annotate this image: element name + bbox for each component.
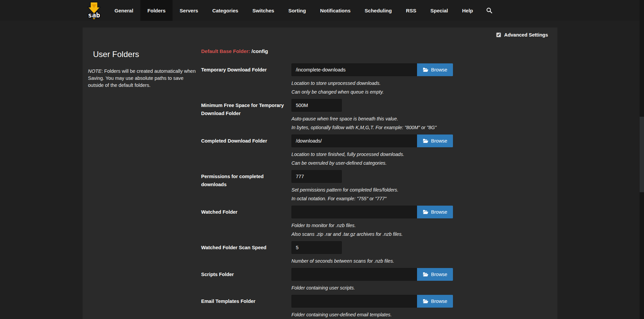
search-icon [486,7,493,14]
default-base-folder: Default Base Folder: /config [201,48,537,54]
nav-item-switches[interactable]: Switches [245,0,281,21]
field-help: Folder containing user scripts. [291,283,537,292]
field-help: Location to store unprocessed downloads.… [291,79,537,96]
input-group: Browse [291,268,537,281]
help-line: Location to store unprocessed downloads. [291,79,537,88]
input-group [291,99,537,112]
help-line: Folder containing user scripts. [291,283,537,292]
advanced-settings-checkbox[interactable]: ✔ [496,33,501,37]
field-label: Scripts Folder [201,268,291,292]
nav-items: General Folders Servers Categories Switc… [107,0,480,21]
browse-button-label: Browse [431,299,447,304]
field-label: Temporary Download Folder [201,63,291,96]
field-area: Number of seconds between scans for .nzb… [291,241,537,265]
field-area: Auto-pause when free space is beneath th… [291,99,537,132]
field-area: Set permissions pattern for completed fi… [291,170,537,203]
field-label: Completed Download Folder [201,135,291,167]
input-group [291,241,537,254]
nav-item-folders[interactable]: Folders [140,0,173,21]
nav-item-help[interactable]: Help [455,0,480,21]
nav-search[interactable] [480,7,499,14]
default-base-folder-value: /config [251,48,268,54]
config-panel: ✔ Advanced Settings User Folders NOTE: F… [83,28,557,319]
folder-input[interactable] [291,99,342,112]
page-title: User Folders [93,50,200,59]
field-label: Watched Folder Scan Speed [201,241,291,265]
help-line: Folder containing user-defined email tem… [291,310,537,319]
help-line: Auto-pause when free space is beneath th… [291,114,537,123]
note-text: NOTE: Folders will be created automatica… [88,68,200,89]
form-row: Watched Folder Scan Speed Number of seco… [201,241,537,265]
input-group: Browse [291,135,537,147]
browse-button[interactable]: Browse [417,295,453,308]
help-line: In bytes, optionally follow with K,M,G,T… [291,123,537,132]
folder-input[interactable] [291,241,342,254]
browse-button-label: Browse [431,272,447,277]
field-area: Browse Location to store unprocessed dow… [291,63,537,96]
input-group: Browse [291,63,537,76]
nav-item-scheduling[interactable]: Scheduling [358,0,399,21]
folder-input[interactable] [291,206,417,218]
form-row: Watched Folder Browse Folder to monitor … [201,206,537,238]
browse-button[interactable]: Browse [417,135,453,147]
folder-open-icon [423,67,428,72]
field-area: Browse Folder containing user-defined em… [291,295,537,319]
help-line: Location to store finished, fully proces… [291,150,537,159]
field-label: Watched Folder [201,206,291,238]
help-line: Number of seconds between scans for .nzb… [291,257,537,265]
folder-open-icon [423,210,428,214]
browse-button[interactable]: Browse [417,63,453,76]
folder-open-icon [423,139,428,143]
nav-item-rss[interactable]: RSS [399,0,423,21]
scrollbar-thumb[interactable] [640,117,644,192]
field-area: Browse Folder containing user scripts. [291,268,537,292]
help-line: Set permissions pattern for completed fi… [291,185,537,194]
form-row: Completed Download Folder Browse Locatio… [201,135,537,167]
folder-open-icon [423,299,428,304]
folder-input[interactable] [291,63,417,76]
form-row: Temporary Download Folder Browse Locatio… [201,63,537,96]
help-line: Also scans .zip .rar and .tar.gz archive… [291,230,537,238]
nav-item-servers[interactable]: Servers [173,0,205,21]
field-help: Folder containing user-defined email tem… [291,310,537,319]
folder-input[interactable] [291,295,417,308]
top-navbar: sab General Folders Servers Categories S… [0,0,644,21]
help-line: Can be overruled by user-defined categor… [291,159,537,167]
default-base-folder-label: Default Base Folder: [201,48,250,54]
browse-button[interactable]: Browse [417,206,453,218]
help-line: In octal notation. For example: "755" or… [291,194,537,203]
browse-button-label: Browse [431,209,447,215]
scrollbar-track[interactable] [640,0,644,319]
field-help: Folder to monitor for .nzb files.Also sc… [291,221,537,238]
field-help: Location to store finished, fully proces… [291,150,537,167]
folder-input[interactable] [291,170,342,183]
input-group: Browse [291,206,537,218]
advanced-settings-toggle[interactable]: ✔ Advanced Settings [496,32,548,38]
browse-button[interactable]: Browse [417,268,453,281]
nav-item-notifications[interactable]: Notifications [313,0,358,21]
folder-input[interactable] [291,135,417,147]
form-row: Minimum Free Space for Temporary Downloa… [201,99,537,132]
field-help: Set permissions pattern for completed fi… [291,185,537,203]
help-line: Folder to monitor for .nzb files. [291,221,537,230]
nav-item-categories[interactable]: Categories [205,0,245,21]
field-help: Auto-pause when free space is beneath th… [291,114,537,132]
form-rows: Temporary Download Folder Browse Locatio… [201,63,537,319]
input-group: Browse [291,295,537,308]
field-label: Email Templates Folder [201,295,291,319]
folder-input[interactable] [291,268,417,281]
form-row: Scripts Folder Browse Folder containing … [201,268,537,292]
browse-button-label: Browse [431,138,447,144]
nav-item-general[interactable]: General [107,0,140,21]
form-row: Permissions for completed downloads Set … [201,170,537,203]
input-group [291,170,537,183]
field-label: Permissions for completed downloads [201,170,291,203]
folder-open-icon [423,272,428,277]
help-line: Can only be changed when queue is empty. [291,88,537,96]
field-label: Minimum Free Space for Temporary Downloa… [201,99,291,132]
field-area: Browse Folder to monitor for .nzb files.… [291,206,537,238]
nav-item-sorting[interactable]: Sorting [281,0,313,21]
nav-item-special[interactable]: Special [423,0,455,21]
sabnzbd-logo[interactable]: sab [85,1,103,19]
folders-form: Default Base Folder: /config Temporary D… [201,48,537,319]
